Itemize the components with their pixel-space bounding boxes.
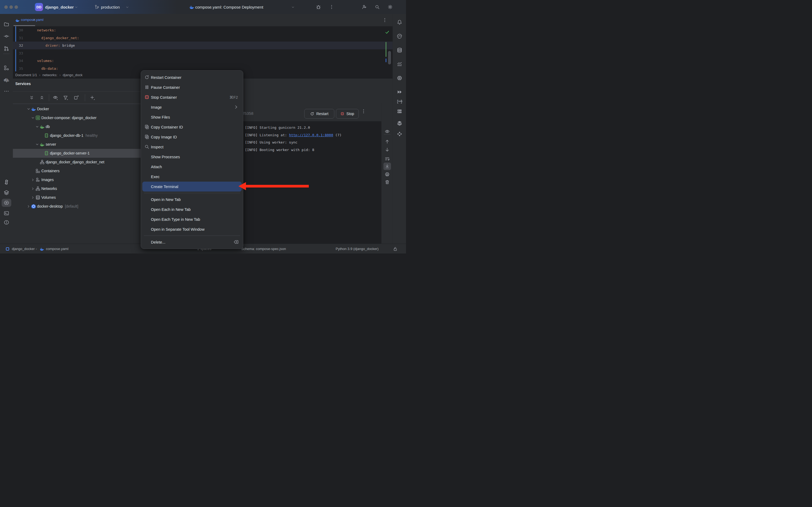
printer-icon[interactable] xyxy=(385,172,390,177)
log-url-link[interactable]: http://127.0.0.1:8000 xyxy=(289,133,333,137)
tool-window-problems-icon[interactable] xyxy=(4,220,9,225)
soft-wrap-icon[interactable] xyxy=(385,156,390,161)
expand-all-icon[interactable] xyxy=(29,95,34,100)
tool-window-django-icon[interactable]: dj xyxy=(4,77,9,82)
tool-window-pull-request-icon[interactable] xyxy=(4,46,9,51)
log-options-kebab-icon[interactable] xyxy=(361,109,366,114)
tool-window-processor-icon[interactable] xyxy=(397,75,402,81)
tool-window-diamonds-icon[interactable] xyxy=(397,131,402,136)
menu-item-pause-container[interactable]: Pause Container xyxy=(142,82,242,92)
tool-window-layers-3d-icon[interactable] xyxy=(397,120,402,126)
arrow-up-icon[interactable] xyxy=(385,139,390,144)
menu-item-open-each-in-new-tab[interactable]: Open Each in New Tab xyxy=(142,205,242,214)
status-project-crumb[interactable]: django_docker xyxy=(5,244,35,253)
right-tool-stripe: *** xyxy=(393,14,406,243)
pause-icon xyxy=(145,85,149,90)
menu-item-image[interactable]: Image xyxy=(142,102,242,112)
add-user-icon[interactable] xyxy=(362,5,367,9)
tree-chevron-icon[interactable] xyxy=(31,196,35,199)
tree-label: Containers xyxy=(41,168,60,174)
tool-window-structure-icon[interactable] xyxy=(4,65,9,70)
copy-icon xyxy=(145,124,149,129)
tool-window-server-rows-icon[interactable] xyxy=(397,109,402,114)
tree-chevron-icon[interactable] xyxy=(31,116,35,120)
tool-window-bell-icon[interactable] xyxy=(397,19,402,25)
tool-window-run-icon[interactable] xyxy=(4,169,9,175)
editor-scrollbar[interactable] xyxy=(388,51,391,64)
menu-item-open-each-type-in-new-tab[interactable]: Open Each Type in New Tab xyxy=(142,214,242,224)
more-actions-kebab-icon[interactable] xyxy=(329,5,334,9)
status-interpreter[interactable]: Python 3.9 (django_docker) xyxy=(336,244,378,253)
tab-options-kebab-icon[interactable] xyxy=(383,18,387,22)
menu-item-open-in-separate-tool-window[interactable]: Open in Separate Tool Window xyxy=(142,224,242,234)
active-tab-indicator xyxy=(13,25,35,26)
tool-window-ai-swirl-icon[interactable] xyxy=(397,34,402,39)
menu-item-exec[interactable]: Exec xyxy=(142,172,242,182)
tool-window-terminal-icon[interactable] xyxy=(4,211,9,216)
stop-button[interactable]: Stop xyxy=(336,109,359,119)
chevron-down-icon xyxy=(74,6,78,9)
eye-icon[interactable] xyxy=(385,129,390,134)
status-file-crumb[interactable]: compose.yaml xyxy=(40,244,68,253)
open-new-tab-icon[interactable] xyxy=(74,95,79,100)
menu-item-create-terminal[interactable]: Create Terminal xyxy=(142,182,242,191)
restart-button[interactable]: Restart xyxy=(304,109,334,119)
traffic-light-minimize[interactable] xyxy=(9,5,13,9)
tool-window-more-dots-icon[interactable] xyxy=(4,89,9,94)
breadcrumb-item[interactable]: Document 1/1 xyxy=(15,73,37,77)
scroll-end-icon[interactable] xyxy=(385,164,390,169)
traffic-light-close[interactable] xyxy=(4,5,8,9)
menu-item-stop-container[interactable]: Stop Container⌘F2 xyxy=(142,92,242,102)
tab-compose-yaml[interactable]: compose.yaml xyxy=(13,14,61,26)
menu-item-copy-image-id[interactable]: Copy Image ID xyxy=(142,132,242,142)
menu-item-inspect[interactable]: Inspect xyxy=(142,142,242,152)
collapse-all-icon[interactable] xyxy=(40,95,44,100)
menu-item-show-processes[interactable]: Show Processes xyxy=(142,152,242,162)
branch-selector[interactable]: production xyxy=(101,0,120,14)
tree-chevron-icon[interactable] xyxy=(36,143,39,146)
tool-window-services-hexagon-icon[interactable] xyxy=(4,200,9,206)
tool-window-commit-icon[interactable] xyxy=(4,34,9,39)
status-schema-info[interactable]: Schema: compose-spec.json xyxy=(241,244,286,253)
menu-item-attach[interactable]: Attach xyxy=(142,162,242,172)
run-config-selector[interactable]: compose.yaml: Compose Deployment xyxy=(195,0,263,14)
breadcrumb-item[interactable]: networks: xyxy=(42,73,57,77)
close-icon[interactable] xyxy=(33,18,36,21)
search-icon[interactable] xyxy=(375,5,380,9)
arrow-down-icon[interactable] xyxy=(385,147,390,152)
settings-gear-icon[interactable] xyxy=(388,5,393,9)
lock-open-icon[interactable] xyxy=(393,247,397,251)
tool-window-folder-icon[interactable] xyxy=(4,21,9,27)
tree-chevron-icon[interactable] xyxy=(27,107,30,111)
tool-window-database-icon[interactable] xyxy=(397,48,402,53)
traffic-light-zoom[interactable] xyxy=(14,5,18,9)
inspections-ok-check-icon[interactable] xyxy=(385,30,389,34)
menu-item-open-in-new-tab[interactable]: Open in New Tab xyxy=(142,194,242,205)
menu-item-restart-container[interactable]: Restart Container xyxy=(142,72,242,82)
breadcrumb-item[interactable]: django_dock xyxy=(63,73,83,77)
tree-chevron-icon[interactable] xyxy=(31,178,35,182)
tool-window-layers-icon[interactable] xyxy=(4,190,9,195)
tree-chevron-icon[interactable] xyxy=(31,187,35,190)
tool-window-chart-icon[interactable] xyxy=(397,61,402,67)
run-button[interactable] xyxy=(303,4,308,10)
tree-chevron-icon[interactable] xyxy=(27,205,30,208)
eye-dropdown-icon[interactable] xyxy=(53,95,58,100)
titlebar: DD django_docker production compose.yaml… xyxy=(0,0,406,14)
project-selector[interactable]: django_docker xyxy=(45,0,74,14)
filter-icon[interactable] xyxy=(63,95,68,100)
menu-item-copy-container-id[interactable]: Copy Container ID xyxy=(142,122,242,132)
menu-item-show-files[interactable]: Show Files xyxy=(142,112,242,122)
add-icon[interactable] xyxy=(90,95,95,100)
trash-icon[interactable] xyxy=(385,180,390,184)
restart-icon xyxy=(145,75,149,80)
log-line: [INFO] Booting worker with pid: 8 xyxy=(245,146,314,154)
tool-window-fast-forward-icon[interactable] xyxy=(397,89,402,95)
code-editor[interactable]: 30networks:31 django_docker_net:32 drive… xyxy=(13,26,393,71)
docker-whale-icon xyxy=(40,247,44,251)
tool-window-env-brackets-icon[interactable]: *** xyxy=(397,99,402,104)
menu-item-delete-[interactable]: Delete... xyxy=(142,237,242,247)
debug-button[interactable] xyxy=(316,4,321,10)
tree-chevron-icon[interactable] xyxy=(36,125,39,128)
tool-window-python-icon[interactable] xyxy=(4,179,9,185)
